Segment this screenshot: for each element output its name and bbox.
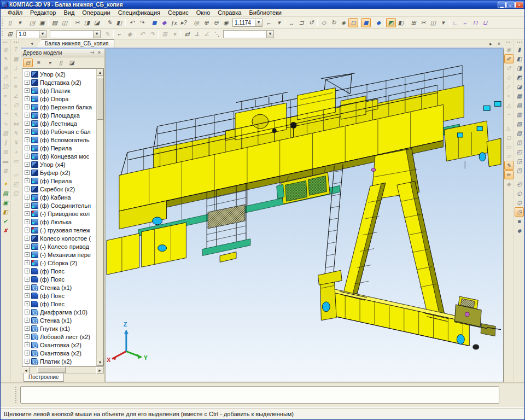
tool-icon[interactable]: ∕ bbox=[504, 82, 514, 91]
tree-item[interactable]: + Подставка (x2) bbox=[24, 78, 96, 86]
toolbar-icon[interactable]: ▾ bbox=[274, 18, 284, 27]
tab-nav-left-icon[interactable]: ◂ bbox=[28, 40, 36, 48]
tool-icon[interactable]: ◉ bbox=[504, 45, 514, 54]
expand-icon[interactable]: + bbox=[25, 154, 30, 159]
tool-icon[interactable]: ∠ bbox=[11, 91, 21, 101]
tree-item[interactable]: + (ф) Люлька bbox=[24, 218, 96, 226]
tool-icon[interactable]: ∥ bbox=[1, 138, 10, 147]
toolbar-icon[interactable]: ▾ bbox=[170, 30, 179, 38]
tool-icon[interactable]: ⋈ bbox=[11, 119, 21, 129]
toolbar-icon[interactable]: ◩ bbox=[386, 18, 396, 27]
tool-icon[interactable]: ▨ bbox=[1, 129, 10, 138]
tool-icon[interactable]: ✎ bbox=[1, 54, 10, 63]
tool-icon[interactable]: ⌐ bbox=[11, 73, 21, 82]
expand-icon[interactable]: + bbox=[25, 318, 30, 323]
toolbar-icon[interactable]: ◈ bbox=[339, 18, 348, 27]
tool-icon[interactable]: ∿ bbox=[1, 119, 10, 129]
expand-icon[interactable]: + bbox=[25, 236, 30, 241]
toolbar-icon[interactable]: ▤ bbox=[50, 18, 60, 27]
tool-icon[interactable]: ▤ bbox=[515, 101, 524, 110]
tool-icon[interactable]: ■ bbox=[515, 217, 524, 226]
expand-icon[interactable]: + bbox=[25, 88, 30, 93]
expand-icon[interactable]: + bbox=[25, 285, 30, 290]
tool-icon[interactable]: ~ bbox=[504, 110, 514, 119]
tool-icon[interactable]: ✎ bbox=[11, 129, 21, 138]
toolbar-icon[interactable]: ⊔ bbox=[480, 18, 490, 27]
property-bar-field[interactable] bbox=[20, 386, 499, 404]
tree-item[interactable]: + (-) грузовая тележ bbox=[24, 226, 96, 234]
toolbar-icon[interactable]: ✂ bbox=[418, 18, 428, 27]
toolbar-icon[interactable]: ◫ bbox=[60, 18, 69, 27]
expand-icon[interactable]: + bbox=[25, 326, 30, 331]
expand-icon[interactable]: + bbox=[25, 211, 30, 216]
close-button[interactable]: × bbox=[515, 2, 523, 8]
tree-item[interactable]: + (ф) Лестница bbox=[24, 119, 96, 127]
tree-item[interactable]: + (ф) Верхняя балка bbox=[24, 103, 96, 111]
toolbar-icon[interactable]: ⋱ bbox=[212, 30, 221, 38]
expand-icon[interactable]: + bbox=[25, 310, 30, 314]
expand-icon[interactable]: + bbox=[25, 252, 30, 257]
toolbar-icon[interactable]: ◼ bbox=[361, 18, 371, 27]
menu-item[interactable]: Редактор bbox=[26, 9, 60, 16]
toolbar-icon[interactable]: ◆ bbox=[374, 18, 383, 27]
toolbar-icon[interactable]: ⊞ bbox=[409, 18, 418, 27]
expand-icon[interactable]: + bbox=[25, 162, 30, 167]
tool-icon[interactable]: ◵ bbox=[515, 189, 524, 198]
tree-item[interactable]: + Колесо холостое ( bbox=[24, 234, 96, 242]
tree-bottom-tab[interactable]: Построение bbox=[24, 374, 64, 382]
toolbar-icon[interactable]: ⌐ bbox=[115, 30, 125, 38]
tree-item[interactable]: + (ф) Перила bbox=[24, 144, 96, 152]
step-dropdown-icon[interactable]: ▾ bbox=[39, 31, 46, 38]
tool-icon[interactable]: ◆ bbox=[515, 226, 524, 235]
tool-icon[interactable]: ◠ bbox=[1, 110, 10, 119]
expand-icon[interactable]: + bbox=[25, 351, 30, 355]
tree-item[interactable]: + Стенка (x1) bbox=[24, 316, 96, 324]
aux-dropdown-icon[interactable]: ▾ bbox=[266, 31, 273, 38]
tool-icon[interactable]: ▭ bbox=[504, 142, 514, 151]
tree-horizontal-scrollbar[interactable]: ◄ ► bbox=[22, 366, 104, 374]
tool-icon[interactable]: ✔ bbox=[1, 217, 10, 226]
layer-value-input[interactable] bbox=[50, 31, 93, 37]
expand-icon[interactable]: + bbox=[25, 301, 30, 306]
tree-item[interactable]: + (ф) Концевая мос bbox=[24, 152, 96, 160]
toolbar-icon[interactable]: ◆ bbox=[159, 18, 169, 27]
toolbar-icon[interactable]: ↷ bbox=[137, 18, 147, 27]
tool-icon[interactable]: ▱ bbox=[504, 151, 514, 161]
tool-icon[interactable]: 10 bbox=[1, 82, 10, 91]
tool-icon[interactable]: ◻ bbox=[504, 133, 514, 142]
viewport-3d[interactable]: X Y Z bbox=[106, 49, 504, 382]
tool-icon[interactable]: ↯ bbox=[11, 138, 21, 147]
toolbar-icon[interactable]: ∟ bbox=[451, 18, 460, 27]
toolbar-icon[interactable]: ⊥ bbox=[192, 30, 202, 38]
tree-item[interactable]: + Буфер (x2) bbox=[24, 168, 96, 177]
tree-item[interactable]: + (ф) Пояс bbox=[24, 275, 96, 283]
toolbar-icon[interactable]: ▯ bbox=[5, 18, 15, 27]
tool-icon[interactable]: ⊕ bbox=[1, 63, 10, 73]
tool-icon[interactable]: ✏ bbox=[504, 170, 514, 179]
expand-icon[interactable]: + bbox=[25, 186, 30, 191]
scroll-thumb[interactable] bbox=[97, 77, 103, 120]
menu-item[interactable]: Библиотеки bbox=[245, 9, 285, 16]
tree-item[interactable]: + Упор (x4) bbox=[24, 160, 96, 168]
tree-item[interactable]: + Окантовка (x2) bbox=[24, 349, 96, 357]
tree-item[interactable]: + (-) Механизм пере bbox=[24, 250, 96, 259]
tool-icon[interactable]: ◆ bbox=[504, 179, 514, 189]
minimize-button[interactable]: ▁ bbox=[498, 2, 506, 8]
toolbar-icon[interactable]: ↷ bbox=[147, 30, 157, 38]
toolbar-icon[interactable]: ◪ bbox=[92, 18, 102, 27]
tree-item[interactable]: + (ф) Перила bbox=[24, 177, 96, 185]
expand-icon[interactable]: + bbox=[25, 96, 30, 101]
expand-icon[interactable]: + bbox=[25, 203, 30, 208]
tool-icon[interactable]: △ bbox=[504, 101, 514, 110]
toolbar-icon[interactable]: ∠ bbox=[202, 30, 212, 38]
tree-item[interactable]: + (ф) Платик bbox=[24, 86, 96, 95]
toolbar-icon[interactable]: ⊓ bbox=[470, 18, 480, 27]
scroll-thumb[interactable] bbox=[37, 367, 66, 373]
menu-item[interactable]: Вид bbox=[60, 9, 78, 16]
toolbar-icon[interactable]: ƒx bbox=[169, 18, 179, 27]
toolbar-icon[interactable]: ↶ bbox=[127, 18, 137, 27]
tree-item[interactable]: + (ф) Пояс bbox=[24, 300, 96, 308]
expand-icon[interactable]: + bbox=[25, 269, 30, 273]
expand-icon[interactable]: + bbox=[25, 277, 30, 282]
tool-icon[interactable]: ↺ bbox=[504, 63, 514, 73]
